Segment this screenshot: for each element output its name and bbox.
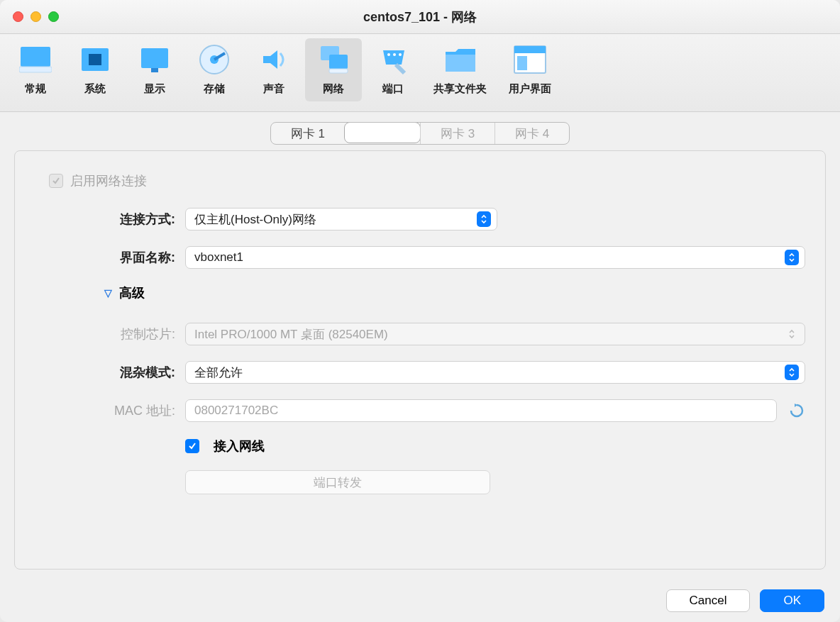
chevron-updown-icon xyxy=(785,326,799,342)
svg-rect-14 xyxy=(446,55,475,72)
mac-address-label: MAC 地址: xyxy=(35,402,185,419)
network-icon xyxy=(316,43,350,77)
adapter-tab-4: 网卡 4 xyxy=(494,123,569,144)
select-value: vboxnet1 xyxy=(194,250,779,265)
tab-audio[interactable]: 声音 xyxy=(245,38,302,101)
svg-rect-10 xyxy=(329,69,348,73)
enable-adapter-checkbox: 启用网络连接 xyxy=(49,172,805,189)
select-value: 全部允许 xyxy=(194,365,779,381)
adapter-tab-2[interactable] xyxy=(344,122,421,143)
svg-point-11 xyxy=(387,53,390,56)
tab-general[interactable]: 常规 xyxy=(7,38,64,101)
tab-display[interactable]: 显示 xyxy=(126,38,183,101)
input-value: 0800271702BC xyxy=(194,404,278,418)
refresh-icon xyxy=(788,402,805,419)
tab-label: 常规 xyxy=(25,82,46,96)
port-forwarding-button: 端口转发 xyxy=(185,470,490,494)
chip-icon xyxy=(78,43,112,77)
svg-rect-16 xyxy=(514,46,546,53)
window-title: centos7_101 - 网络 xyxy=(0,9,840,26)
interface-name-select[interactable]: vboxnet1 xyxy=(185,246,805,269)
refresh-mac-button[interactable] xyxy=(788,402,805,419)
checkmark-icon xyxy=(49,174,63,188)
select-value: Intel PRO/1000 MT 桌面 (82540EM) xyxy=(194,326,779,343)
tab-label: 声音 xyxy=(263,82,284,96)
interface-name-label: 界面名称: xyxy=(35,249,185,266)
titlebar[interactable]: centos7_101 - 网络 xyxy=(0,0,840,34)
checkmark-icon xyxy=(185,439,199,453)
adapter-type-label: 控制芯片: xyxy=(35,326,185,343)
folder-icon xyxy=(443,43,477,77)
cable-label: 接入网线 xyxy=(214,438,265,455)
tab-label: 系统 xyxy=(84,82,106,96)
enable-label: 启用网络连接 xyxy=(70,172,147,189)
tab-label: 端口 xyxy=(382,82,404,96)
svg-rect-1 xyxy=(19,67,52,72)
adapter-tab-1[interactable]: 网卡 1 xyxy=(271,123,345,144)
serial-port-icon xyxy=(376,43,410,77)
ui-icon xyxy=(513,43,547,77)
select-value: 仅主机(Host-Only)网络 xyxy=(194,211,471,228)
tab-network[interactable]: 网络 xyxy=(305,38,362,101)
mac-address-input[interactable]: 0800271702BC xyxy=(185,399,777,422)
chevron-updown-icon xyxy=(785,250,799,265)
svg-rect-9 xyxy=(329,55,348,69)
svg-rect-4 xyxy=(141,48,168,68)
svg-point-12 xyxy=(393,53,396,56)
display-icon xyxy=(138,43,172,77)
tab-label: 共享文件夹 xyxy=(433,82,487,96)
network-panel: 启用网络连接 连接方式: 仅主机(Host-Only)网络 界面名称: vbox… xyxy=(14,150,826,570)
chevron-updown-icon xyxy=(785,365,799,380)
tab-ui[interactable]: 用户界面 xyxy=(498,38,562,101)
segmented-control: 网卡 1 网卡 3 网卡 4 xyxy=(270,122,570,145)
dialog-footer: Cancel OK xyxy=(0,579,840,622)
svg-rect-3 xyxy=(89,54,101,65)
promiscuous-mode-label: 混杂模式: xyxy=(35,364,185,381)
advanced-disclosure[interactable]: ▽ 高级 xyxy=(104,284,805,301)
attached-to-select[interactable]: 仅主机(Host-Only)网络 xyxy=(185,208,497,231)
ok-button[interactable]: OK xyxy=(760,589,824,612)
speaker-icon xyxy=(257,43,291,77)
svg-rect-0 xyxy=(21,47,50,67)
monitor-icon xyxy=(18,43,52,77)
svg-rect-17 xyxy=(517,56,527,70)
chevron-updown-icon xyxy=(477,211,491,227)
tab-shared-folders[interactable]: 共享文件夹 xyxy=(424,38,495,101)
advanced-label: 高级 xyxy=(119,284,145,301)
svg-point-13 xyxy=(399,53,402,56)
adapter-type-select: Intel PRO/1000 MT 桌面 (82540EM) xyxy=(185,323,805,345)
adapter-tabs: 网卡 1 网卡 3 网卡 4 xyxy=(0,112,840,145)
cable-connected-checkbox[interactable]: 接入网线 xyxy=(185,438,805,455)
tab-system[interactable]: 系统 xyxy=(67,38,123,101)
button-label: 端口转发 xyxy=(314,474,362,491)
svg-rect-5 xyxy=(151,68,158,72)
disclosure-triangle-icon: ▽ xyxy=(104,287,112,299)
tab-label: 存储 xyxy=(204,82,225,96)
cancel-button[interactable]: Cancel xyxy=(666,589,751,612)
disk-icon xyxy=(197,43,231,77)
tab-label: 用户界面 xyxy=(509,82,551,96)
tab-label: 显示 xyxy=(144,82,165,96)
settings-window: centos7_101 - 网络 常规 系统 显示 存储 xyxy=(0,0,840,622)
attached-to-label: 连接方式: xyxy=(35,211,185,228)
promiscuous-mode-select[interactable]: 全部允许 xyxy=(185,361,805,384)
tab-storage[interactable]: 存储 xyxy=(186,38,243,101)
toolbar: 常规 系统 显示 存储 声音 xyxy=(0,34,840,112)
adapter-tab-3: 网卡 3 xyxy=(420,123,494,144)
tab-label: 网络 xyxy=(323,82,344,96)
tab-serial[interactable]: 端口 xyxy=(365,38,421,101)
